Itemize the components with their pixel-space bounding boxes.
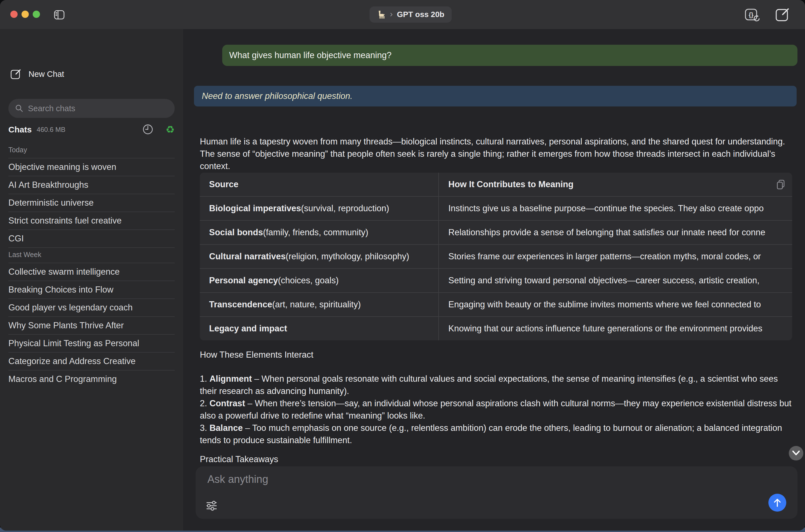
table-header-row: Source How It Contributes to Meaning — [200, 173, 792, 196]
table-row: Biological imperatives (survival, reprod… — [200, 196, 792, 220]
table-cell-source: Biological imperatives (survival, reprod… — [200, 197, 438, 220]
user-message-bubble: What gives human life objective meaning? — [222, 45, 798, 66]
code-panel-button[interactable]: {} — [745, 8, 761, 24]
model-name: GPT oss 20b — [397, 10, 445, 19]
table-header-source: Source — [200, 173, 438, 196]
new-chat-titlebar-button[interactable] — [775, 7, 790, 23]
breadcrumb-separator: › — [390, 10, 393, 18]
interactions-list: 1. Alignment – When personal goals reson… — [200, 373, 796, 446]
code-braces-sync-icon: {} — [745, 8, 761, 23]
table-row: Personal agency (choices, goals)Setting … — [200, 268, 792, 292]
table-row: Social bonds (family, friends, community… — [200, 220, 792, 244]
sidebar-chat-item[interactable]: Why Some Plants Thrive After — [8, 317, 175, 334]
table-row: Cultural narratives (religion, mythology… — [200, 244, 792, 268]
recycle-icon: ♻ — [166, 124, 175, 135]
compose-icon — [775, 7, 790, 22]
table-cell-contribution: Relationships provide a sense of belongi… — [438, 221, 792, 244]
table-cell-source: Legacy and impact — [200, 317, 438, 340]
sidebar-chat-item[interactable]: Collective swarm intelligence — [8, 263, 175, 281]
table-cell-source: Social bonds (family, friends, community… — [200, 221, 438, 244]
scroll-to-bottom-button[interactable] — [789, 446, 803, 460]
table-cell-contribution: Engaging with beauty or the sublime invi… — [438, 293, 792, 316]
arrow-up-icon — [773, 498, 782, 508]
llama-icon — [377, 10, 386, 19]
chat-section-label: Today — [8, 143, 175, 158]
sidebar-toggle-icon — [54, 10, 64, 20]
table-cell-source: Transcendence (art, nature, spirituality… — [200, 293, 438, 316]
search-icon — [15, 104, 23, 113]
sidebar-chat-item[interactable]: Physical Limit Testing as Personal — [8, 335, 175, 352]
thinking-summary-text: Need to answer philosophical question. — [202, 91, 353, 101]
new-chat-button[interactable]: New Chat — [10, 68, 64, 80]
new-chat-label: New Chat — [29, 70, 64, 79]
history-button[interactable] — [142, 124, 153, 136]
toggle-sidebar-button[interactable] — [54, 10, 64, 20]
table-cell-contribution: Instincts give us a baseline purpose—con… — [438, 197, 792, 220]
sidebar: New Chat Chats 460.6 MB — [0, 29, 183, 531]
sidebar-chat-item[interactable]: Good player vs legendary coach — [8, 299, 175, 316]
close-window-button[interactable] — [10, 11, 18, 18]
interaction-item: 2. Contrast – When there’s tension—say, … — [200, 397, 796, 422]
window-content: New Chat Chats 460.6 MB — [0, 29, 805, 531]
interaction-item: 3. Balance – Too much emphasis on one so… — [200, 422, 796, 446]
table-cell-contribution: Knowing that our actions influence futur… — [438, 317, 792, 340]
titlebar: › GPT oss 20b {} — [0, 0, 805, 29]
sidebar-chat-item[interactable]: CGI — [8, 230, 175, 247]
interactions-heading: How These Elements Interact — [200, 350, 313, 360]
meaning-table: Source How It Contributes to Meaning Bio… — [200, 173, 792, 340]
sidebar-chat-item[interactable]: Macros and C Programming — [8, 370, 175, 388]
svg-text:{}: {} — [749, 11, 753, 18]
send-button[interactable] — [768, 494, 786, 512]
message-input[interactable] — [207, 473, 758, 486]
chat-section-label: Last Week — [8, 248, 175, 263]
user-message-text: What gives human life objective meaning? — [229, 50, 392, 60]
breadcrumb[interactable]: › GPT oss 20b — [370, 6, 452, 23]
sidebar-chat-item[interactable]: Breaking Choices into Flow — [8, 281, 175, 299]
chats-label: Chats — [8, 125, 32, 134]
interaction-item: 1. Alignment – When personal goals reson… — [200, 373, 796, 397]
chats-size: 460.6 MB — [37, 126, 65, 134]
clock-icon — [142, 124, 153, 135]
table-cell-contribution: Stories frame our experiences in larger … — [438, 245, 792, 268]
sidebar-chat-item[interactable]: Categorize and Address Creative — [8, 353, 175, 370]
compose-icon — [10, 68, 22, 80]
copy-icon — [776, 179, 785, 190]
sidebar-chat-item[interactable]: Objective meaning is woven — [8, 158, 175, 176]
table-cell-contribution: Setting and striving toward personal obj… — [438, 269, 792, 292]
sliders-icon — [206, 501, 218, 511]
assistant-intro-paragraph: Human life is a tapestry woven from many… — [200, 135, 796, 172]
zoom-window-button[interactable] — [33, 11, 40, 18]
sidebar-chat-item[interactable]: Strict constraints fuel creative — [8, 212, 175, 229]
table-header-contribution: How It Contributes to Meaning — [438, 173, 792, 196]
table-row: Legacy and impactKnowing that our action… — [200, 316, 792, 340]
thinking-summary-block[interactable]: Need to answer philosophical question. — [194, 86, 797, 107]
chat-main: What gives human life objective meaning?… — [183, 29, 805, 531]
app-window: › GPT oss 20b {} — [0, 0, 805, 531]
sidebar-chat-item[interactable]: Deterministic universe — [8, 194, 175, 211]
minimize-window-button[interactable] — [21, 11, 29, 18]
chats-header: Chats 460.6 MB ♻ — [8, 122, 175, 137]
table-cell-source: Personal agency (choices, goals) — [200, 269, 438, 292]
search-box[interactable] — [8, 99, 175, 118]
table-cell-source: Cultural narratives (religion, mythology… — [200, 245, 438, 268]
meaning-table-body: Biological imperatives (survival, reprod… — [200, 196, 792, 340]
takeaways-heading: Practical Takeaways — [200, 454, 278, 464]
sidebar-chat-item[interactable]: AI Art Breakthroughs — [8, 176, 175, 194]
recycle-button[interactable]: ♻ — [166, 125, 175, 135]
composer[interactable] — [196, 466, 798, 519]
chat-list: TodayObjective meaning is wovenAI Art Br… — [8, 143, 175, 388]
chevron-down-icon — [792, 450, 800, 456]
table-row: Transcendence (art, nature, spirituality… — [200, 292, 792, 316]
model-options-button[interactable] — [206, 501, 218, 512]
search-input[interactable] — [27, 104, 172, 113]
copy-table-button[interactable] — [776, 179, 785, 190]
